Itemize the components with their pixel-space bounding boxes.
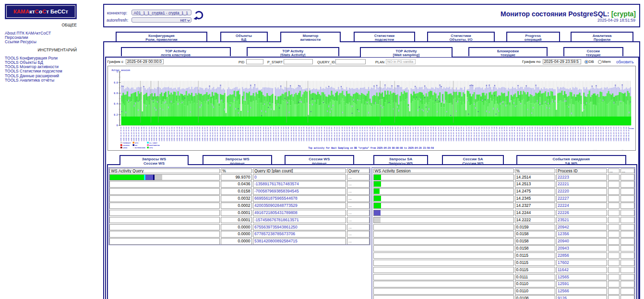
svg-text:2025-04-29 15:21: 2025-04-29 15:21: [445, 127, 447, 142]
svg-text:2025-04-29 03:07: 2025-04-29 03:07: [186, 127, 188, 142]
svg-text:0.8: 0.8: [114, 82, 118, 84]
svg-text:2025-04-29 04:19: 2025-04-29 04:19: [211, 127, 213, 142]
svg-text:2025-04-29 04:48: 2025-04-29 04:48: [221, 127, 223, 142]
svg-text:2025-04-29 23:30: 2025-04-29 23:30: [618, 127, 620, 142]
svg-text:2025-04-29 11:52: 2025-04-29 11:52: [371, 127, 373, 142]
svg-text:2025-04-29 03:43: 2025-04-29 03:43: [199, 127, 201, 142]
svg-text:0.2: 0.2: [114, 114, 118, 116]
svg-text:2025-04-29 21:28: 2025-04-29 21:28: [574, 127, 576, 142]
svg-text:2025-04-29 10:26: 2025-04-29 10:26: [341, 127, 343, 142]
svg-text:2025-04-29 17:02: 2025-04-29 17:02: [480, 127, 482, 142]
svg-text:2025-04-29 23:23: 2025-04-29 23:23: [615, 127, 617, 142]
svg-text:2025-04-29 05:45: 2025-04-29 05:45: [242, 127, 244, 142]
svg-text:2025-04-29 01:05: 2025-04-29 01:05: [143, 127, 144, 142]
svg-text:2025-04-29 17:16: 2025-04-29 17:16: [486, 127, 488, 142]
svg-text:2025-04-29 03:36: 2025-04-29 03:36: [196, 127, 198, 142]
svg-text:2025-04-29 14:31: 2025-04-29 14:31: [427, 127, 429, 142]
svg-text:2025-04-29 16:33: 2025-04-29 16:33: [470, 127, 472, 142]
svg-text:Top activity for Wait Sampling: Top activity for Wait Sampling on DB "cr…: [308, 147, 434, 149]
svg-text:2025-04-29 05:02: 2025-04-29 05:02: [227, 127, 228, 142]
svg-text:2025-04-29 14:52: 2025-04-29 14:52: [435, 127, 437, 142]
svg-text:2025-04-29 10:12: 2025-04-29 10:12: [335, 127, 337, 142]
svg-text:2025-04-29 18:21: 2025-04-29 18:21: [508, 127, 510, 142]
svg-text:2025-04-29 03:00: 2025-04-29 03:00: [183, 127, 185, 142]
svg-text:2025-04-29 10:48: 2025-04-29 10:48: [348, 127, 350, 142]
svg-text:2025-04-29 14:59: 2025-04-29 14:59: [437, 127, 439, 142]
svg-text:2025-04-29 16:11: 2025-04-29 16:11: [463, 127, 465, 142]
svg-text:2025-04-29 11:09: 2025-04-29 11:09: [356, 127, 358, 142]
svg-text:2025-04-29 21:57: 2025-04-29 21:57: [584, 127, 586, 142]
svg-text:2025-04-29 18:14: 2025-04-29 18:14: [506, 127, 508, 142]
svg-text:2025-04-29 14:02: 2025-04-29 14:02: [417, 127, 419, 142]
svg-text:2025-04-29 11:31: 2025-04-29 11:31: [364, 127, 366, 142]
svg-text:2025-04-29 22:47: 2025-04-29 22:47: [602, 127, 604, 142]
svg-text:2025-04-29 18:42: 2025-04-29 18:42: [516, 127, 518, 142]
svg-text:2025-04-29 10:04: 2025-04-29 10:04: [333, 127, 335, 142]
svg-text:2025-04-29 07:55: 2025-04-29 07:55: [287, 127, 289, 142]
svg-text:2025-04-29 13:04: 2025-04-29 13:04: [396, 127, 398, 142]
svg-text:2025-04-29 08:45: 2025-04-29 08:45: [305, 127, 307, 142]
svg-text:2025-04-29 23:37: 2025-04-29 23:37: [620, 127, 622, 142]
svg-text:2025-04-29 21:21: 2025-04-29 21:21: [572, 127, 573, 142]
svg-text:2025-04-29 13:47: 2025-04-29 13:47: [412, 127, 414, 142]
svg-text:2025-04-29 01:55: 2025-04-29 01:55: [160, 127, 162, 142]
svg-text:2025-04-29 19:47: 2025-04-29 19:47: [539, 127, 541, 142]
svg-text:2025-04-29 01:12: 2025-04-29 01:12: [145, 127, 147, 142]
svg-text:2025-04-29 09:07: 2025-04-29 09:07: [313, 127, 315, 142]
svg-text:2025-04-29 07:19: 2025-04-29 07:19: [275, 127, 277, 142]
svg-text:2025-04-29 12:43: 2025-04-29 12:43: [389, 127, 391, 142]
svg-text:2025-04-29 08:38: 2025-04-29 08:38: [303, 127, 305, 142]
svg-text:2025-04-29 00:14: 2025-04-29 00:14: [125, 127, 127, 142]
svg-text:2025-04-29 16:26: 2025-04-29 16:26: [468, 127, 470, 142]
svg-text:2025-04-29 09:36: 2025-04-29 09:36: [323, 127, 325, 142]
svg-text:2025-04-29 22:40: 2025-04-29 22:40: [600, 127, 602, 142]
svg-text:2025-04-29 19:40: 2025-04-29 19:40: [536, 127, 538, 142]
svg-text:2025-04-29 11:24: 2025-04-29 11:24: [361, 127, 363, 142]
svg-text:2025-04-29 18:50: 2025-04-29 18:50: [518, 127, 520, 142]
svg-text:2025-04-29 20:59: 2025-04-29 20:59: [564, 127, 566, 142]
svg-text:2025-04-29 09:21: 2025-04-29 09:21: [318, 127, 320, 142]
svg-text:2025-04-29 06:00: 2025-04-29 06:00: [247, 127, 249, 142]
svg-text:2025-04-29 13:19: 2025-04-29 13:19: [402, 127, 404, 142]
svg-text:BUFFERPIN: BUFFERPIN: [149, 144, 160, 146]
svg-text:2025-04-29 19:11: 2025-04-29 19:11: [526, 127, 528, 142]
svg-text:2025-04-29 12:50: 2025-04-29 12:50: [392, 127, 394, 142]
svg-text:TIMEOUT: TIMEOUT: [122, 142, 131, 144]
svg-text:2025-04-29 07:12: 2025-04-29 07:12: [272, 127, 274, 142]
svg-text:2025-04-29 08:02: 2025-04-29 08:02: [290, 127, 292, 142]
svg-text:2025-04-29 22:18: 2025-04-29 22:18: [592, 127, 594, 142]
svg-text:2025-04-29 12:21: 2025-04-29 12:21: [382, 127, 383, 142]
svg-text:2025-04-29 11:38: 2025-04-29 11:38: [366, 127, 368, 142]
svg-text:2025-04-29 20:23: 2025-04-29 20:23: [551, 127, 553, 142]
svg-text:IO: IO: [135, 144, 137, 146]
svg-text:2025-04-29 00:43: 2025-04-29 00:43: [135, 127, 137, 142]
svg-text:2025-04-29 03:14: 2025-04-29 03:14: [189, 127, 191, 142]
svg-text:2025-04-29 14:45: 2025-04-29 14:45: [432, 127, 434, 142]
svg-text:2025-04-29 06:36: 2025-04-29 06:36: [260, 127, 262, 142]
svg-text:2025-04-29 12:07: 2025-04-29 12:07: [376, 127, 378, 142]
svg-text:2025-04-29 12:14: 2025-04-29 12:14: [379, 127, 381, 142]
svg-text:2025-04-29 11:45: 2025-04-29 11:45: [369, 127, 370, 142]
svg-text:2025-04-29 23:45: 2025-04-29 23:45: [622, 127, 624, 142]
svg-text:2025-04-29 08:31: 2025-04-29 08:31: [300, 127, 302, 142]
svg-text:2025-04-29 07:26: 2025-04-29 07:26: [277, 127, 279, 142]
svg-text:2025-04-29 17:30: 2025-04-29 17:30: [490, 127, 492, 142]
svg-text:LWLOCK: LWLOCK: [122, 144, 130, 146]
svg-text:2025-04-29 13:26: 2025-04-29 13:26: [404, 127, 406, 142]
svg-text:2025-04-29 14:23: 2025-04-29 14:23: [425, 127, 427, 142]
svg-text:2025-04-29 01:48: 2025-04-29 01:48: [158, 127, 160, 142]
svg-text:2025-04-29 18:06: 2025-04-29 18:06: [503, 127, 505, 142]
svg-text:2025-04-29 10:55: 2025-04-29 10:55: [351, 127, 353, 142]
svg-text:2025-04-29 19:54: 2025-04-29 19:54: [541, 127, 543, 142]
svg-text:2025-04-29 09:57: 2025-04-29 09:57: [331, 127, 333, 142]
svg-text:2025-04-29 08:16: 2025-04-29 08:16: [295, 127, 297, 142]
svg-text:2025-04-29 17:09: 2025-04-29 17:09: [483, 127, 485, 142]
svg-text:2025-04-29 02:24: 2025-04-29 02:24: [171, 127, 173, 142]
svg-text:2025-04-29 17:23: 2025-04-29 17:23: [488, 127, 490, 142]
svg-text:2025-04-29 06:21: 2025-04-29 06:21: [254, 127, 256, 142]
svg-text:2025-04-29 04:41: 2025-04-29 04:41: [219, 127, 221, 142]
svg-text:2025-04-29 23:09: 2025-04-29 23:09: [610, 127, 612, 142]
svg-text:LOCK: LOCK: [122, 147, 127, 149]
svg-text:2025-04-29 18:35: 2025-04-29 18:35: [513, 127, 515, 142]
svg-text:2025-04-29 20:09: 2025-04-29 20:09: [547, 127, 549, 142]
